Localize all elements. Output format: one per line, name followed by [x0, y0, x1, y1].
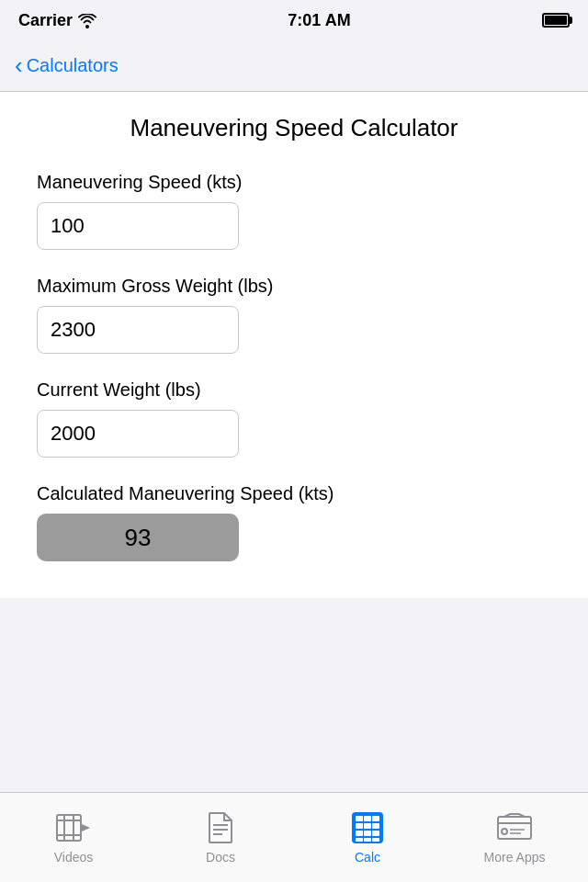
back-button[interactable]: ‹ Calculators — [15, 55, 119, 77]
svg-rect-12 — [372, 816, 379, 821]
field-label-0: Maneuvering Speed (kts) — [37, 172, 551, 193]
carrier-label: Carrier — [18, 11, 96, 30]
svg-rect-13 — [356, 823, 363, 829]
page-title: Maneuvering Speed Calculator — [37, 114, 551, 142]
videos-icon — [53, 811, 94, 844]
tab-more-apps[interactable]: More Apps — [441, 811, 588, 865]
more-apps-icon — [494, 811, 535, 844]
svg-rect-22 — [498, 817, 531, 839]
status-bar: Carrier 7:01 AM — [0, 0, 588, 40]
tab-calc[interactable]: Calc — [294, 811, 441, 865]
wifi-icon — [78, 11, 96, 30]
result-label: Calculated Maneuvering Speed (kts) — [37, 483, 551, 504]
tab-videos-label: Videos — [54, 850, 94, 865]
tab-videos[interactable]: Videos — [0, 811, 147, 865]
docs-icon — [200, 811, 241, 844]
max-gross-weight-input[interactable] — [37, 306, 239, 354]
svg-rect-0 — [57, 815, 81, 841]
battery-icon — [542, 13, 570, 28]
calc-icon — [347, 811, 388, 844]
nav-bar: ‹ Calculators — [0, 40, 588, 92]
svg-rect-21 — [372, 838, 379, 842]
svg-rect-20 — [364, 838, 371, 842]
field-label-1: Maximum Gross Weight (lbs) — [37, 276, 551, 297]
svg-rect-17 — [364, 831, 371, 836]
calculated-result: 93 — [37, 514, 239, 561]
tab-more-apps-label: More Apps — [484, 850, 546, 865]
svg-marker-5 — [82, 824, 90, 831]
chevron-left-icon: ‹ — [15, 53, 23, 77]
svg-rect-11 — [364, 816, 371, 821]
svg-rect-18 — [372, 831, 379, 836]
back-label: Calculators — [27, 55, 119, 76]
main-content: Maneuvering Speed Calculator Maneuvering… — [0, 92, 588, 598]
tab-calc-label: Calc — [355, 850, 380, 865]
current-weight-input[interactable] — [37, 410, 239, 458]
svg-rect-16 — [356, 831, 363, 836]
tab-docs[interactable]: Docs — [147, 811, 294, 865]
maneuvering-speed-input[interactable] — [37, 202, 239, 250]
svg-rect-14 — [364, 823, 371, 829]
svg-rect-15 — [372, 823, 379, 829]
field-label-2: Current Weight (lbs) — [37, 379, 551, 401]
svg-rect-19 — [356, 838, 363, 842]
tab-bar: Videos Docs — [0, 792, 588, 882]
tab-docs-label: Docs — [206, 850, 235, 865]
svg-point-24 — [502, 829, 507, 834]
status-time: 7:01 AM — [288, 11, 350, 30]
svg-rect-10 — [356, 816, 363, 821]
